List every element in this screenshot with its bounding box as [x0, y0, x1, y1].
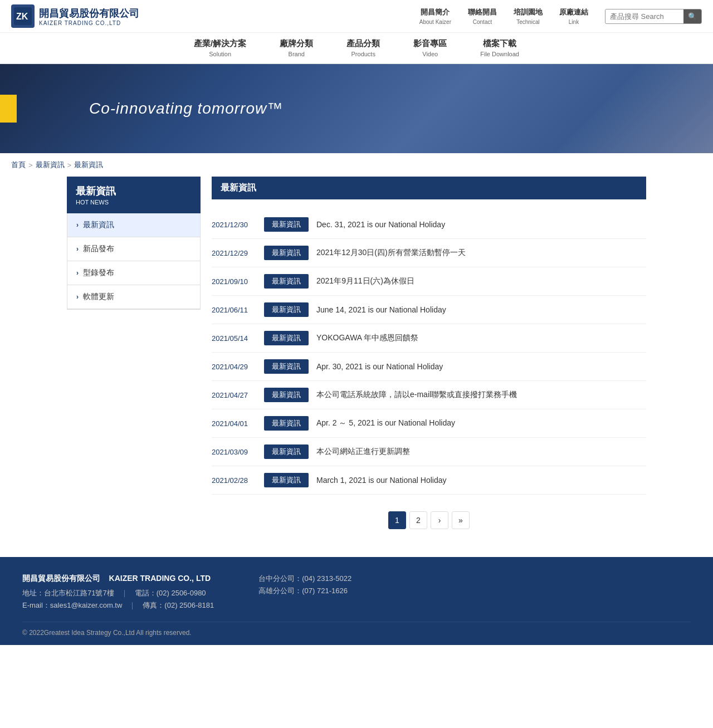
news-item-5[interactable]: 2021/04/29 最新資訊 Apr. 30, 2021 is our Nat… — [212, 353, 646, 381]
sidebar-title-cn: 最新資訊 — [76, 184, 192, 198]
nav-video[interactable]: 影音專區 Video — [413, 38, 447, 58]
top-nav-contact[interactable]: 聯絡開昌 Contact — [468, 7, 497, 26]
news-date-0: 2021/12/30 — [212, 221, 256, 229]
page-last-btn[interactable]: » — [452, 511, 470, 529]
breadcrumb-sep-1: > — [28, 161, 33, 169]
search-input[interactable] — [605, 10, 683, 23]
news-title-6: 本公司電話系統故障，請以e-mail聯繫或直接撥打業務手機 — [316, 390, 646, 400]
top-nav-link[interactable]: 原廠連結 Link — [559, 7, 588, 26]
svg-text:ZK: ZK — [16, 12, 28, 21]
main-content: 最新資訊 2021/12/30 最新資訊 Dec. 31, 2021 is ou… — [212, 177, 646, 540]
nav-products[interactable]: 產品分類 Products — [346, 38, 380, 58]
news-item-6[interactable]: 2021/04/27 最新資訊 本公司電話系統故障，請以e-mail聯繫或直接撥… — [212, 381, 646, 409]
news-item-0[interactable]: 2021/12/30 最新資訊 Dec. 31, 2021 is our Nat… — [212, 211, 646, 239]
footer-address: 地址：台北市松江路71號7樓 — [22, 588, 114, 598]
hero-banner: Co-innovating tomorrow™ — [0, 64, 713, 153]
news-tag-2: 最新資訊 — [264, 274, 309, 289]
news-date-3: 2021/06/11 — [212, 306, 256, 314]
logo-text: 開昌貿易股份有限公司 KAIZER TRADING CO.,LTD — [39, 7, 139, 26]
arrow-icon-software: › — [76, 293, 79, 301]
sidebar-item-new-products[interactable]: › 新品發布 — [67, 237, 200, 261]
logo-en: KAIZER TRADING CO.,LTD — [39, 20, 139, 26]
search-button[interactable]: 🔍 — [683, 9, 701, 23]
pagination: 1 2 › » — [212, 495, 646, 540]
sidebar-item-label-new-products: 新品發布 — [83, 244, 114, 254]
page-btn-1[interactable]: 1 — [388, 511, 406, 529]
sidebar-item-label-news: 最新資訊 — [83, 220, 114, 230]
news-date-6: 2021/04/27 — [212, 391, 256, 399]
news-item-3[interactable]: 2021/06/11 最新資訊 June 14, 2021 is our Nat… — [212, 296, 646, 324]
news-date-1: 2021/12/29 — [212, 249, 256, 257]
hero-tagline: Co-innovating tomorrow™ — [89, 100, 283, 118]
breadcrumb-current: 最新資訊 — [74, 160, 103, 170]
arrow-icon-news: › — [76, 221, 79, 229]
sidebar-item-catalog[interactable]: › 型錄發布 — [67, 261, 200, 285]
sidebar-title-box: 最新資訊 HOT NEWS — [67, 177, 201, 213]
top-nav-technical[interactable]: 培訓園地 Technical — [514, 7, 543, 26]
news-title-4: YOKOGAWA 年中感恩回饋祭 — [316, 333, 646, 343]
sidebar: 最新資訊 HOT NEWS › 最新資訊 › 新品發布 › 型錄發布 › 軟體更… — [67, 177, 201, 540]
section-title-bar: 最新資訊 — [212, 177, 646, 199]
news-date-4: 2021/05/14 — [212, 334, 256, 343]
news-tag-6: 最新資訊 — [264, 388, 309, 402]
news-item-9[interactable]: 2021/02/28 最新資訊 March 1, 2021 is our Nat… — [212, 466, 646, 495]
footer-phone: 電話：(02) 2506-0980 — [135, 588, 206, 598]
news-item-4[interactable]: 2021/05/14 最新資訊 YOKOGAWA 年中感恩回饋祭 — [212, 324, 646, 353]
logo-icon: ZK — [11, 4, 35, 28]
news-title-0: Dec. 31, 2021 is our National Holiday — [316, 220, 646, 229]
news-list: 2021/12/30 最新資訊 Dec. 31, 2021 is our Nat… — [212, 211, 646, 495]
footer-col-right: 台中分公司：(04) 2313-5022 高雄分公司：(07) 721-1626 — [258, 574, 351, 613]
news-tag-5: 最新資訊 — [264, 359, 309, 374]
news-title-8: 本公司網站正進行更新調整 — [316, 447, 646, 457]
news-tag-0: 最新資訊 — [264, 217, 309, 232]
main-nav: 產業/解決方案 Solution 廠牌分類 Brand 產品分類 Product… — [0, 33, 713, 64]
sidebar-item-news[interactable]: › 最新資訊 — [67, 213, 200, 237]
sidebar-items-list: › 最新資訊 › 新品發布 › 型錄發布 › 軟體更新 — [67, 213, 201, 310]
top-nav: 開昌簡介 About Kaizer 聯絡開昌 Contact 培訓園地 Tech… — [419, 7, 702, 26]
news-title-1: 2021年12月30日(四)所有營業活動暫停一天 — [316, 248, 646, 258]
nav-solution[interactable]: 產業/解決方案 Solution — [194, 38, 246, 58]
news-title-9: March 1, 2021 is our National Holiday — [316, 476, 646, 485]
sidebar-item-label-software: 軟體更新 — [83, 292, 114, 302]
news-tag-7: 最新資訊 — [264, 416, 309, 431]
news-date-8: 2021/03/09 — [212, 448, 256, 456]
news-title-2: 2021年9月11日(六)為休假日 — [316, 276, 646, 286]
footer-col-left: 開昌貿易股份有限公司 KAIZER TRADING CO., LTD 地址：台北… — [22, 574, 214, 613]
news-item-2[interactable]: 2021/09/10 最新資訊 2021年9月11日(六)為休假日 — [212, 267, 646, 296]
news-date-5: 2021/04/29 — [212, 363, 256, 371]
news-item-7[interactable]: 2021/04/01 最新資訊 Apr. 2 ～ 5, 2021 is our … — [212, 409, 646, 438]
hero-yellow-accent — [0, 95, 17, 123]
news-tag-8: 最新資訊 — [264, 444, 309, 459]
page-next-btn[interactable]: › — [431, 511, 448, 529]
footer: 開昌貿易股份有限公司 KAIZER TRADING CO., LTD 地址：台北… — [0, 557, 713, 645]
footer-sep-2: ｜ — [129, 600, 136, 610]
footer-email: E-mail：sales1@kaizer.com.tw — [22, 600, 122, 610]
sidebar-title-en: HOT NEWS — [76, 199, 192, 206]
news-tag-1: 最新資訊 — [264, 246, 309, 260]
news-item-1[interactable]: 2021/12/29 最新資訊 2021年12月30日(四)所有營業活動暫停一天 — [212, 239, 646, 267]
page-btn-2[interactable]: 2 — [409, 511, 427, 529]
breadcrumb-parent[interactable]: 最新資訊 — [36, 160, 65, 170]
search-box: 🔍 — [605, 9, 702, 24]
nav-brand[interactable]: 廠牌分類 Brand — [280, 38, 313, 58]
arrow-icon-new-products: › — [76, 245, 79, 253]
logo-area: ZK 開昌貿易股份有限公司 KAIZER TRADING CO.,LTD — [11, 4, 139, 28]
footer-kaohsiung: 高雄分公司：(07) 721-1626 — [258, 586, 351, 596]
footer-sep-1: ｜ — [121, 588, 128, 598]
news-date-7: 2021/04/01 — [212, 419, 256, 428]
breadcrumb-home[interactable]: 首頁 — [11, 160, 26, 170]
news-tag-9: 最新資訊 — [264, 473, 309, 487]
footer-taichung: 台中分公司：(04) 2313-5022 — [258, 574, 351, 584]
footer-contact-row: E-mail：sales1@kaizer.com.tw ｜ 傳真：(02) 25… — [22, 600, 214, 610]
news-title-7: Apr. 2 ～ 5, 2021 is our National Holiday — [316, 418, 646, 428]
footer-company-cn: 開昌貿易股份有限公司 KAIZER TRADING CO., LTD — [22, 574, 214, 584]
sidebar-item-software[interactable]: › 軟體更新 — [67, 285, 200, 309]
news-item-8[interactable]: 2021/03/09 最新資訊 本公司網站正進行更新調整 — [212, 438, 646, 466]
news-date-2: 2021/09/10 — [212, 277, 256, 286]
top-header: ZK 開昌貿易股份有限公司 KAIZER TRADING CO.,LTD 開昌簡… — [0, 0, 713, 33]
nav-file[interactable]: 檔案下載 File Download — [480, 38, 519, 58]
footer-top: 開昌貿易股份有限公司 KAIZER TRADING CO., LTD 地址：台北… — [22, 574, 691, 613]
logo-cn: 開昌貿易股份有限公司 — [39, 7, 139, 20]
content-area: 最新資訊 HOT NEWS › 最新資訊 › 新品發布 › 型錄發布 › 軟體更… — [56, 177, 657, 557]
top-nav-about[interactable]: 開昌簡介 About Kaizer — [419, 7, 451, 26]
